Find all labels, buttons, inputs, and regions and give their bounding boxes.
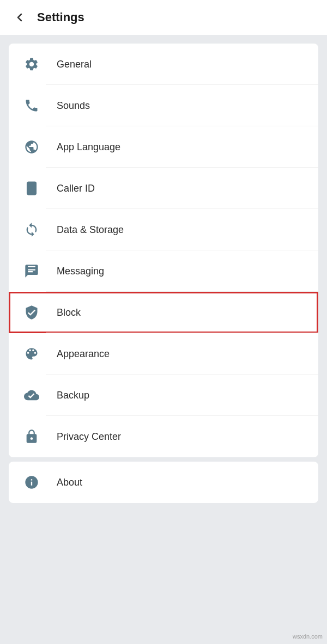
- settings-item-messaging[interactable]: Messaging: [9, 250, 318, 292]
- settings-item-data-storage[interactable]: Data & Storage: [9, 209, 318, 250]
- block-label: Block: [57, 307, 81, 318]
- settings-item-sounds[interactable]: Sounds: [9, 85, 318, 126]
- settings-item-block[interactable]: Block: [9, 292, 318, 333]
- settings-list: General Sounds App Language Caller ID: [9, 44, 318, 457]
- settings-item-about[interactable]: About: [9, 462, 318, 503]
- shield-check-icon: [22, 303, 41, 322]
- settings-item-privacy-center[interactable]: Privacy Center: [9, 416, 318, 457]
- cloud-check-icon: [22, 385, 41, 405]
- back-button[interactable]: [11, 9, 28, 26]
- appearance-label: Appearance: [57, 348, 110, 360]
- caller-id-icon: [22, 179, 41, 198]
- caller-id-label: Caller ID: [57, 183, 95, 194]
- about-card: About: [9, 462, 318, 503]
- settings-item-general[interactable]: General: [9, 44, 318, 85]
- sounds-label: Sounds: [57, 100, 90, 112]
- sounds-icon: [22, 96, 41, 115]
- chat-icon: [22, 261, 41, 281]
- globe-icon: [22, 137, 41, 157]
- watermark: wsxdn.com: [293, 633, 323, 640]
- backup-label: Backup: [57, 390, 89, 401]
- settings-item-caller-id[interactable]: Caller ID: [9, 168, 318, 209]
- data-storage-label: Data & Storage: [57, 224, 124, 236]
- svg-rect-0: [27, 182, 36, 194]
- settings-item-appearance[interactable]: Appearance: [9, 333, 318, 375]
- about-label: About: [57, 477, 82, 488]
- gear-icon: [22, 54, 41, 74]
- app-language-label: App Language: [57, 142, 120, 153]
- sync-icon: [22, 220, 41, 240]
- lock-icon: [22, 427, 41, 446]
- privacy-center-label: Privacy Center: [57, 431, 121, 443]
- palette-icon: [22, 344, 41, 364]
- info-icon: [22, 473, 41, 492]
- messaging-label: Messaging: [57, 266, 104, 277]
- settings-item-backup[interactable]: Backup: [9, 375, 318, 416]
- header: Settings: [0, 0, 327, 35]
- page-title: Settings: [37, 10, 84, 24]
- general-label: General: [57, 59, 92, 70]
- settings-item-app-language[interactable]: App Language: [9, 126, 318, 168]
